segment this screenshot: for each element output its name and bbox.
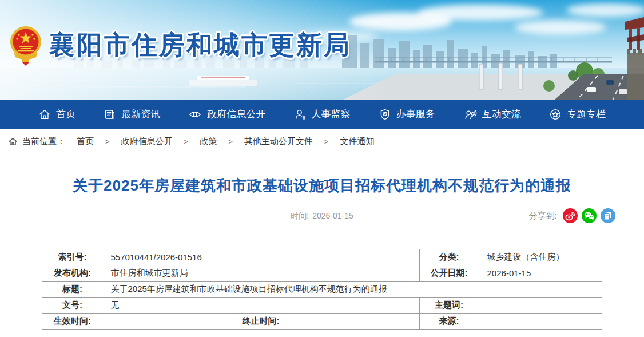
breadcrumb-separator: > (105, 137, 110, 146)
breadcrumb-item-other-docs[interactable]: 其他主动公开文件 (244, 136, 313, 147)
news-icon (104, 108, 116, 121)
meta-table-wrap: 索引号: 557010441/2026-01516 分类: 城乡建设（含住房） … (0, 249, 644, 330)
breadcrumb-home-icon (8, 137, 18, 146)
nav-label: 政府信息公开 (207, 108, 265, 121)
pub-date-value: 2026-01-15 (479, 265, 602, 282)
nav-item-gov-info[interactable]: 政府信息公开 (188, 108, 265, 121)
nav-item-services[interactable]: 办事服务 (379, 108, 435, 121)
category-value: 城乡建设（含住房） (479, 249, 602, 265)
main-nav: 首页 最新资讯 政府信息公开 人事监察 (0, 100, 644, 129)
nav-label: 最新资讯 (121, 108, 160, 121)
article-meta-row: 时间:2026-01-15 分享到: (0, 207, 644, 224)
title-value: 关于2025年房屋建筑和市政基础设施项目招标代理机构不规范行为的通报 (102, 282, 602, 298)
shield-icon (379, 108, 391, 121)
share-box: 分享到: (529, 207, 615, 224)
time-value: 2026-01-15 (312, 211, 353, 220)
table-row: 生效时间: 终止时间: 来源: (42, 314, 602, 330)
table-row: 索引号: 557010441/2026-01516 分类: 城乡建设（含住房） (42, 249, 602, 265)
breadcrumb: 当前位置： 首页 > 政府信息公开 > 政策 > 其他主动公开文件 > 文件通知 (0, 129, 644, 154)
keywords-value (479, 298, 602, 314)
site-title: 襄阳市住房和城市更新局 (49, 28, 351, 62)
share-copy-button[interactable] (601, 208, 615, 223)
keywords-label: 主题词: (419, 298, 479, 314)
national-emblem-icon (9, 23, 42, 68)
nav-label: 办事服务 (396, 108, 435, 121)
article: 关于2025年房屋建筑和市政基础设施项目招标代理机构不规范行为的通报 时间:20… (0, 154, 644, 330)
nav-label: 互动交流 (482, 108, 521, 121)
time-label: 时间: (291, 211, 309, 220)
source-label: 来源: (419, 314, 479, 330)
source-value (479, 314, 602, 330)
doc-no-label: 文号: (42, 298, 102, 314)
effective-label: 生效时间: (42, 314, 102, 330)
copy-icon (601, 208, 615, 223)
table-row: 发布机构: 市住房和城市更新局 公开日期: 2026-01-15 (42, 265, 602, 282)
nav-label: 人事监察 (312, 108, 351, 121)
nav-item-interaction[interactable]: 互动交流 (463, 108, 521, 121)
document-meta-table: 索引号: 557010441/2026-01516 分类: 城乡建设（含住房） … (42, 249, 602, 330)
expiry-value (292, 314, 419, 330)
breadcrumb-item-home[interactable]: 首页 (77, 136, 94, 147)
breadcrumb-separator: > (184, 137, 189, 146)
page: 襄阳市住房和城市更新局 首页 最新资讯 政府信息公开 (0, 0, 644, 337)
breadcrumb-label: 当前位置： (22, 136, 65, 147)
site-brand: 襄阳市住房和城市更新局 (9, 23, 351, 68)
share-wechat-button[interactable] (582, 208, 597, 223)
doc-no-value: 无 (102, 298, 419, 314)
breadcrumb-item-gov-info[interactable]: 政府信息公开 (121, 136, 173, 147)
category-label: 分类: (419, 249, 479, 265)
breadcrumb-separator: > (324, 137, 329, 146)
share-label: 分享到: (529, 211, 557, 221)
breadcrumb-item-policy[interactable]: 政策 (200, 136, 217, 147)
effective-value (102, 314, 229, 330)
star-icon (549, 108, 562, 121)
nav-label: 首页 (56, 108, 75, 121)
nav-item-special[interactable]: 专题专栏 (549, 108, 606, 121)
nav-item-home[interactable]: 首页 (38, 108, 75, 121)
nav-item-personnel[interactable]: 人事监察 (294, 108, 351, 121)
index-value: 557010441/2026-01516 (102, 249, 419, 265)
weibo-icon (563, 208, 578, 223)
breadcrumb-separator: > (228, 137, 233, 146)
agency-value: 市住房和城市更新局 (102, 265, 419, 282)
share-weibo-button[interactable] (563, 208, 578, 223)
wechat-icon (582, 208, 597, 223)
eye-icon (188, 108, 202, 121)
agency-label: 发布机构: (42, 265, 102, 282)
article-title: 关于2025年房屋建筑和市政基础设施项目招标代理机构不规范行为的通报 (0, 177, 644, 195)
index-label: 索引号: (42, 249, 102, 265)
expiry-label: 终止时间: (229, 314, 292, 330)
pub-date-label: 公开日期: (419, 265, 479, 282)
table-row: 标题: 关于2025年房屋建筑和市政基础设施项目招标代理机构不规范行为的通报 (42, 282, 602, 298)
nav-item-news[interactable]: 最新资讯 (104, 108, 160, 121)
person-icon (294, 108, 307, 121)
title-label: 标题: (42, 282, 102, 298)
home-icon (38, 108, 51, 121)
chat-icon (463, 108, 477, 121)
site-banner: 襄阳市住房和城市更新局 (0, 0, 644, 100)
nav-label: 专题专栏 (567, 108, 606, 121)
table-row: 文号: 无 主题词: (42, 298, 602, 314)
breadcrumb-item-current: 文件通知 (340, 136, 374, 147)
